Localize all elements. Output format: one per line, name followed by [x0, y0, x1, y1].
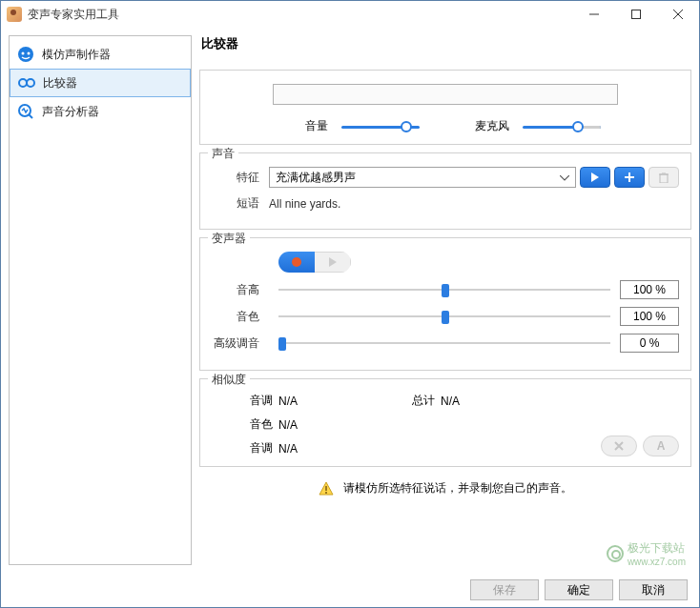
add-feature-button[interactable] [614, 167, 645, 188]
svg-rect-13 [660, 174, 668, 183]
app-window: 变声专家实用工具 模仿声制作器 [0, 0, 700, 608]
svg-point-8 [27, 79, 34, 87]
phrase-label: 短语 [212, 195, 269, 212]
analyzer-icon [17, 103, 34, 120]
advtune-value[interactable]: 0 % [620, 334, 679, 353]
play-feature-button[interactable] [580, 167, 610, 188]
svg-point-6 [28, 52, 31, 55]
close-button[interactable] [657, 1, 699, 28]
maximize-button[interactable] [615, 1, 657, 28]
feature-dropdown[interactable]: 充满优越感男声 [269, 167, 576, 188]
advtune-slider[interactable] [278, 334, 610, 352]
ok-button[interactable]: 确定 [545, 579, 613, 600]
sound-legend: 声音 [208, 146, 238, 162]
play-recording-button[interactable] [315, 252, 351, 273]
timbre-slider[interactable] [278, 308, 610, 325]
sidebar-item-label: 模仿声制作器 [42, 47, 111, 63]
phrase-value: All nine yards. [269, 197, 340, 211]
save-button[interactable]: 保存 [470, 579, 539, 600]
pitch-value[interactable]: 100 % [620, 280, 679, 299]
volume-slider[interactable] [341, 120, 420, 133]
timbre-value[interactable]: 100 % [620, 307, 679, 326]
svg-point-7 [19, 79, 27, 87]
titlebar: 变声专家实用工具 [1, 1, 699, 28]
sim-total-value: N/A [441, 395, 498, 408]
svg-point-4 [18, 47, 33, 62]
warning-icon [319, 481, 334, 497]
compare-button[interactable] [601, 436, 637, 456]
record-icon [292, 257, 301, 267]
sidebar: 模仿声制作器 比较器 声音分析器 [9, 35, 192, 565]
cancel-button[interactable]: 取消 [619, 579, 688, 600]
sim-tone-label: 音调 [231, 440, 278, 456]
feature-value: 充满优越感男声 [276, 170, 356, 186]
sim-pitch-label: 音调 [231, 393, 278, 409]
svg-line-10 [29, 114, 32, 118]
record-button[interactable] [278, 252, 315, 273]
mic-slider[interactable] [523, 120, 601, 133]
sidebar-item-label: 声音分析器 [42, 104, 99, 120]
svg-point-17 [325, 492, 327, 494]
compare-icon [18, 74, 35, 91]
sim-total-label: 总计 [336, 393, 441, 409]
face-icon [17, 46, 34, 63]
sound-section: 声音 特征 充满优越感男声 [199, 152, 691, 230]
sim-timbre-label: 音色 [231, 416, 278, 433]
window-title: 变声专家实用工具 [28, 7, 573, 23]
hint-text: 请模仿所选特征说话，并录制您自己的声音。 [343, 480, 572, 497]
footer: 保存 确定 取消 [1, 573, 699, 607]
auto-button[interactable]: A [643, 436, 679, 456]
timbre-label: 音色 [212, 309, 269, 325]
similarity-legend: 相似度 [208, 372, 250, 388]
main-panel: 比较器 音量 麦克风 声音 特征 [199, 35, 691, 565]
page-title: 比较器 [201, 35, 691, 52]
mic-label: 麦克风 [475, 118, 509, 134]
changer-section: 变声器 音高 100 % 音色 1 [199, 237, 691, 371]
similarity-section: 相似度 音调 N/A 总计 N/A A 音色 N/A 音调 [199, 378, 691, 467]
changer-legend: 变声器 [208, 231, 250, 247]
minimize-button[interactable] [573, 1, 615, 28]
chevron-down-icon [560, 171, 569, 184]
pitch-label: 音高 [212, 282, 269, 298]
sidebar-item-analyzer[interactable]: 声音分析器 [10, 97, 191, 126]
svg-rect-1 [632, 10, 641, 19]
progress-bar[interactable] [273, 84, 618, 105]
delete-feature-button[interactable] [649, 167, 679, 188]
sim-tone-value: N/A [278, 442, 336, 456]
feature-label: 特征 [212, 170, 269, 186]
sim-pitch-value: N/A [278, 395, 336, 408]
advtune-label: 高级调音 [212, 335, 269, 352]
pitch-slider[interactable] [278, 281, 610, 298]
sidebar-item-label: 比较器 [43, 75, 77, 91]
sim-timbre-value: N/A [278, 418, 336, 432]
app-icon [7, 7, 22, 22]
sidebar-item-comparator[interactable]: 比较器 [10, 69, 191, 97]
sidebar-item-parody-maker[interactable]: 模仿声制作器 [10, 40, 191, 69]
playback-section: 音量 麦克风 [199, 70, 691, 145]
volume-label: 音量 [305, 118, 328, 134]
svg-point-5 [22, 52, 25, 55]
